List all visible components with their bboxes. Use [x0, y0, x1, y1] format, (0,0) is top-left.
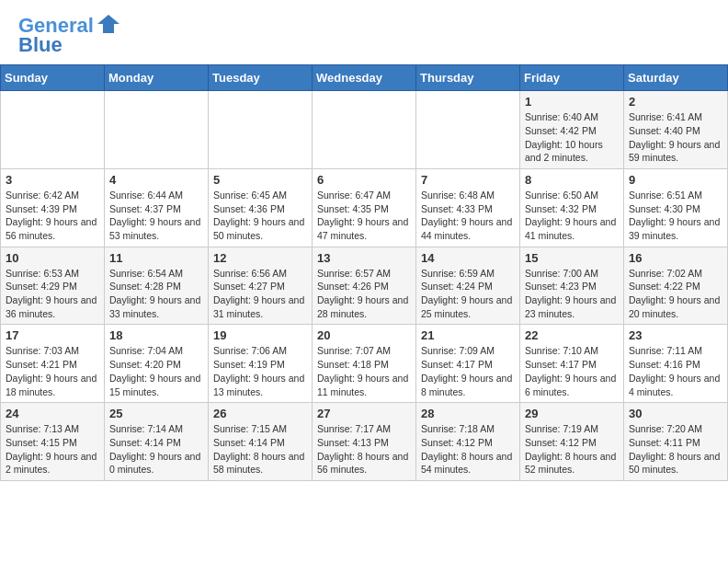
day-number: 27 — [317, 407, 411, 420]
day-info: Sunrise: 7:07 AM Sunset: 4:18 PM Dayligh… — [317, 344, 411, 398]
day-number: 18 — [109, 328, 203, 342]
day-info: Sunrise: 7:13 AM Sunset: 4:15 PM Dayligh… — [6, 422, 99, 477]
weekday-header-wednesday: Wednesday — [313, 65, 416, 91]
day-info: Sunrise: 7:03 AM Sunset: 4:21 PM Dayligh… — [6, 344, 99, 398]
day-info: Sunrise: 7:11 AM Sunset: 4:16 PM Dayligh… — [629, 344, 722, 398]
weekday-header-friday: Friday — [520, 65, 624, 91]
day-info: Sunrise: 7:09 AM Sunset: 4:17 PM Dayligh… — [421, 344, 515, 398]
day-info: Sunrise: 6:40 AM Sunset: 4:42 PM Dayligh… — [525, 110, 619, 165]
calendar-empty — [416, 91, 520, 169]
calendar-day-1: 1Sunrise: 6:40 AM Sunset: 4:42 PM Daylig… — [520, 91, 624, 169]
day-number: 21 — [421, 328, 515, 342]
day-info: Sunrise: 7:00 AM Sunset: 4:23 PM Dayligh… — [525, 267, 619, 321]
day-number: 17 — [6, 328, 99, 342]
calendar-day-23: 23Sunrise: 7:11 AM Sunset: 4:16 PM Dayli… — [624, 325, 728, 403]
calendar-day-30: 30Sunrise: 7:20 AM Sunset: 4:11 PM Dayli… — [624, 403, 728, 481]
calendar-day-2: 2Sunrise: 6:41 AM Sunset: 4:40 PM Daylig… — [624, 91, 728, 169]
day-info: Sunrise: 6:45 AM Sunset: 4:36 PM Dayligh… — [213, 189, 307, 243]
day-number: 2 — [629, 95, 722, 109]
calendar-day-8: 8Sunrise: 6:50 AM Sunset: 4:32 PM Daylig… — [520, 168, 624, 247]
day-info: Sunrise: 7:06 AM Sunset: 4:19 PM Dayligh… — [213, 344, 307, 398]
calendar-day-25: 25Sunrise: 7:14 AM Sunset: 4:14 PM Dayli… — [105, 403, 209, 481]
day-info: Sunrise: 7:19 AM Sunset: 4:12 PM Dayligh… — [525, 422, 619, 477]
calendar-day-19: 19Sunrise: 7:06 AM Sunset: 4:19 PM Dayli… — [209, 325, 313, 403]
calendar-day-6: 6Sunrise: 6:47 AM Sunset: 4:35 PM Daylig… — [313, 168, 416, 247]
day-info: Sunrise: 6:56 AM Sunset: 4:27 PM Dayligh… — [213, 267, 307, 321]
day-number: 10 — [6, 251, 99, 265]
calendar-empty — [1, 91, 105, 169]
day-number: 22 — [525, 328, 619, 342]
day-info: Sunrise: 7:10 AM Sunset: 4:17 PM Dayligh… — [525, 344, 619, 398]
day-number: 26 — [213, 407, 307, 420]
calendar-day-12: 12Sunrise: 6:56 AM Sunset: 4:27 PM Dayli… — [209, 247, 313, 325]
logo-icon — [96, 11, 121, 37]
calendar-day-28: 28Sunrise: 7:18 AM Sunset: 4:12 PM Dayli… — [416, 403, 520, 481]
day-number: 15 — [525, 251, 619, 265]
day-info: Sunrise: 6:47 AM Sunset: 4:35 PM Dayligh… — [317, 189, 411, 243]
day-number: 3 — [6, 173, 99, 187]
day-info: Sunrise: 6:48 AM Sunset: 4:33 PM Dayligh… — [421, 189, 515, 243]
calendar-day-3: 3Sunrise: 6:42 AM Sunset: 4:39 PM Daylig… — [1, 168, 105, 247]
calendar-day-20: 20Sunrise: 7:07 AM Sunset: 4:18 PM Dayli… — [313, 325, 416, 403]
day-info: Sunrise: 7:14 AM Sunset: 4:14 PM Dayligh… — [109, 422, 203, 477]
calendar-day-18: 18Sunrise: 7:04 AM Sunset: 4:20 PM Dayli… — [105, 325, 209, 403]
day-number: 6 — [317, 173, 411, 187]
page-header: General Blue — [0, 0, 728, 64]
day-number: 19 — [213, 328, 307, 342]
weekday-header-thursday: Thursday — [416, 65, 520, 91]
day-number: 30 — [629, 407, 722, 420]
weekday-header-saturday: Saturday — [624, 65, 728, 91]
day-info: Sunrise: 6:54 AM Sunset: 4:28 PM Dayligh… — [109, 267, 203, 321]
day-number: 5 — [213, 173, 307, 187]
day-info: Sunrise: 6:57 AM Sunset: 4:26 PM Dayligh… — [317, 267, 411, 321]
day-number: 23 — [629, 328, 722, 342]
day-number: 4 — [109, 173, 203, 187]
day-info: Sunrise: 7:17 AM Sunset: 4:13 PM Dayligh… — [317, 422, 411, 477]
day-info: Sunrise: 6:41 AM Sunset: 4:40 PM Dayligh… — [629, 110, 722, 165]
day-info: Sunrise: 6:50 AM Sunset: 4:32 PM Dayligh… — [525, 189, 619, 243]
calendar-day-24: 24Sunrise: 7:13 AM Sunset: 4:15 PM Dayli… — [1, 403, 105, 481]
day-info: Sunrise: 6:59 AM Sunset: 4:24 PM Dayligh… — [421, 267, 515, 321]
day-number: 28 — [421, 407, 515, 420]
day-number: 20 — [317, 328, 411, 342]
calendar-day-9: 9Sunrise: 6:51 AM Sunset: 4:30 PM Daylig… — [624, 168, 728, 247]
day-number: 25 — [109, 407, 203, 420]
day-number: 14 — [421, 251, 515, 265]
calendar-table: SundayMondayTuesdayWednesdayThursdayFrid… — [0, 64, 728, 481]
weekday-header-sunday: Sunday — [1, 65, 105, 91]
calendar-day-29: 29Sunrise: 7:19 AM Sunset: 4:12 PM Dayli… — [520, 403, 624, 481]
calendar-day-15: 15Sunrise: 7:00 AM Sunset: 4:23 PM Dayli… — [520, 247, 624, 325]
calendar-day-7: 7Sunrise: 6:48 AM Sunset: 4:33 PM Daylig… — [416, 168, 520, 247]
calendar-empty — [313, 91, 416, 169]
day-number: 16 — [629, 251, 722, 265]
calendar-day-13: 13Sunrise: 6:57 AM Sunset: 4:26 PM Dayli… — [313, 247, 416, 325]
calendar-day-21: 21Sunrise: 7:09 AM Sunset: 4:17 PM Dayli… — [416, 325, 520, 403]
weekday-header-tuesday: Tuesday — [209, 65, 313, 91]
calendar-day-16: 16Sunrise: 7:02 AM Sunset: 4:22 PM Dayli… — [624, 247, 728, 325]
logo: General Blue — [18, 15, 121, 57]
day-info: Sunrise: 6:44 AM Sunset: 4:37 PM Dayligh… — [109, 189, 203, 243]
calendar-day-27: 27Sunrise: 7:17 AM Sunset: 4:13 PM Dayli… — [313, 403, 416, 481]
day-number: 8 — [525, 173, 619, 187]
calendar-empty — [209, 91, 313, 169]
day-number: 12 — [213, 251, 307, 265]
calendar-day-17: 17Sunrise: 7:03 AM Sunset: 4:21 PM Dayli… — [1, 325, 105, 403]
day-info: Sunrise: 7:15 AM Sunset: 4:14 PM Dayligh… — [213, 422, 307, 477]
day-number: 7 — [421, 173, 515, 187]
day-number: 9 — [629, 173, 722, 187]
calendar-day-4: 4Sunrise: 6:44 AM Sunset: 4:37 PM Daylig… — [105, 168, 209, 247]
calendar-day-26: 26Sunrise: 7:15 AM Sunset: 4:14 PM Dayli… — [209, 403, 313, 481]
calendar-day-10: 10Sunrise: 6:53 AM Sunset: 4:29 PM Dayli… — [1, 247, 105, 325]
day-info: Sunrise: 6:42 AM Sunset: 4:39 PM Dayligh… — [6, 189, 99, 243]
day-info: Sunrise: 6:51 AM Sunset: 4:30 PM Dayligh… — [629, 189, 722, 243]
day-info: Sunrise: 6:53 AM Sunset: 4:29 PM Dayligh… — [6, 267, 99, 321]
svg-marker-0 — [97, 15, 119, 33]
day-number: 29 — [525, 407, 619, 420]
calendar-day-22: 22Sunrise: 7:10 AM Sunset: 4:17 PM Dayli… — [520, 325, 624, 403]
calendar-day-11: 11Sunrise: 6:54 AM Sunset: 4:28 PM Dayli… — [105, 247, 209, 325]
day-number: 13 — [317, 251, 411, 265]
day-info: Sunrise: 7:04 AM Sunset: 4:20 PM Dayligh… — [109, 344, 203, 398]
day-info: Sunrise: 7:18 AM Sunset: 4:12 PM Dayligh… — [421, 422, 515, 477]
day-number: 24 — [6, 407, 99, 420]
day-info: Sunrise: 7:02 AM Sunset: 4:22 PM Dayligh… — [629, 267, 722, 321]
